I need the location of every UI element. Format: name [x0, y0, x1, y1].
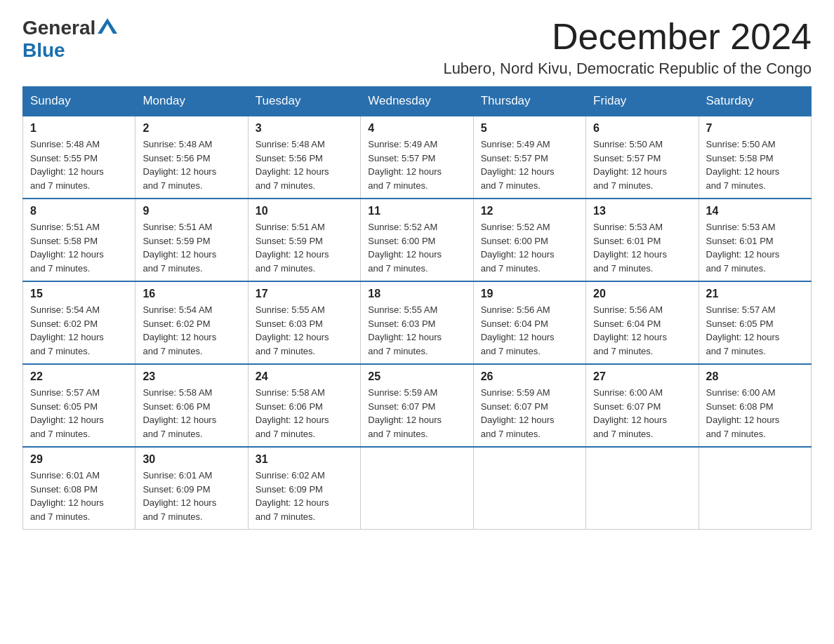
day-info: Sunrise: 5:50 AMSunset: 5:57 PMDaylight:…	[593, 139, 667, 191]
day-info: Sunrise: 5:58 AMSunset: 6:06 PMDaylight:…	[143, 387, 216, 439]
table-row: 17 Sunrise: 5:55 AMSunset: 6:03 PMDaylig…	[248, 281, 360, 364]
header-monday: Monday	[135, 87, 248, 116]
day-number: 25	[368, 370, 465, 383]
day-info: Sunrise: 6:01 AMSunset: 6:08 PMDaylight:…	[30, 470, 104, 522]
table-row: 6 Sunrise: 5:50 AMSunset: 5:57 PMDayligh…	[586, 116, 699, 199]
day-info: Sunrise: 5:52 AMSunset: 6:00 PMDaylight:…	[481, 222, 555, 274]
day-number: 15	[30, 288, 128, 300]
day-info: Sunrise: 5:50 AMSunset: 5:58 PMDaylight:…	[706, 139, 780, 191]
day-number: 18	[368, 288, 465, 300]
header-friday: Friday	[586, 87, 699, 116]
table-row: 4 Sunrise: 5:49 AMSunset: 5:57 PMDayligh…	[361, 116, 473, 199]
table-row: 27 Sunrise: 6:00 AMSunset: 6:07 PMDaylig…	[586, 364, 699, 447]
calendar-week-row: 22 Sunrise: 5:57 AMSunset: 6:05 PMDaylig…	[23, 364, 812, 447]
day-info: Sunrise: 5:48 AMSunset: 5:56 PMDaylight:…	[143, 139, 216, 191]
day-info: Sunrise: 5:56 AMSunset: 6:04 PMDaylight:…	[593, 304, 667, 356]
day-number: 7	[706, 122, 804, 135]
day-info: Sunrise: 5:53 AMSunset: 6:01 PMDaylight:…	[706, 222, 780, 274]
table-row: 3 Sunrise: 5:48 AMSunset: 5:56 PMDayligh…	[248, 116, 360, 199]
day-number: 13	[593, 205, 691, 217]
day-info: Sunrise: 5:48 AMSunset: 5:56 PMDaylight:…	[256, 139, 329, 191]
table-row: 11 Sunrise: 5:52 AMSunset: 6:00 PMDaylig…	[361, 199, 473, 281]
day-info: Sunrise: 5:58 AMSunset: 6:06 PMDaylight:…	[256, 387, 329, 439]
day-number: 22	[30, 370, 128, 383]
table-row: 15 Sunrise: 5:54 AMSunset: 6:02 PMDaylig…	[23, 281, 135, 364]
table-row: 31 Sunrise: 6:02 AMSunset: 6:09 PMDaylig…	[248, 447, 360, 530]
day-number: 6	[593, 122, 691, 135]
day-info: Sunrise: 5:53 AMSunset: 6:01 PMDaylight:…	[593, 222, 667, 274]
day-number: 9	[143, 205, 240, 217]
day-number: 2	[143, 122, 240, 135]
calendar-week-row: 29 Sunrise: 6:01 AMSunset: 6:08 PMDaylig…	[23, 447, 812, 530]
day-info: Sunrise: 5:49 AMSunset: 5:57 PMDaylight:…	[481, 139, 555, 191]
calendar-week-row: 8 Sunrise: 5:51 AMSunset: 5:58 PMDayligh…	[23, 199, 812, 281]
day-info: Sunrise: 5:56 AMSunset: 6:04 PMDaylight:…	[481, 304, 555, 356]
header-sunday: Sunday	[23, 87, 135, 116]
day-info: Sunrise: 5:51 AMSunset: 5:59 PMDaylight:…	[256, 222, 329, 274]
table-row: 24 Sunrise: 5:58 AMSunset: 6:06 PMDaylig…	[248, 364, 360, 447]
day-info: Sunrise: 6:02 AMSunset: 6:09 PMDaylight:…	[256, 470, 329, 522]
calendar-title: December 2024	[443, 17, 812, 57]
day-number: 11	[368, 205, 465, 217]
day-number: 4	[368, 122, 465, 135]
day-info: Sunrise: 5:54 AMSunset: 6:02 PMDaylight:…	[143, 304, 216, 356]
day-info: Sunrise: 5:59 AMSunset: 6:07 PMDaylight:…	[368, 387, 442, 439]
day-number: 5	[481, 122, 578, 135]
table-row: 28 Sunrise: 6:00 AMSunset: 6:08 PMDaylig…	[699, 364, 811, 447]
table-row	[586, 447, 699, 530]
day-info: Sunrise: 5:51 AMSunset: 5:59 PMDaylight:…	[143, 222, 216, 274]
table-row: 7 Sunrise: 5:50 AMSunset: 5:58 PMDayligh…	[699, 116, 811, 199]
calendar-table: Sunday Monday Tuesday Wednesday Thursday…	[22, 86, 812, 530]
calendar-week-row: 1 Sunrise: 5:48 AMSunset: 5:55 PMDayligh…	[23, 116, 812, 199]
table-row: 9 Sunrise: 5:51 AMSunset: 5:59 PMDayligh…	[135, 199, 248, 281]
table-row: 14 Sunrise: 5:53 AMSunset: 6:01 PMDaylig…	[699, 199, 811, 281]
table-row	[699, 447, 811, 530]
day-info: Sunrise: 5:49 AMSunset: 5:57 PMDaylight:…	[368, 139, 442, 191]
header-thursday: Thursday	[473, 87, 585, 116]
day-number: 14	[706, 205, 804, 217]
table-row: 12 Sunrise: 5:52 AMSunset: 6:00 PMDaylig…	[473, 199, 585, 281]
day-info: Sunrise: 5:48 AMSunset: 5:55 PMDaylight:…	[30, 139, 104, 191]
logo-blue-text: Blue	[22, 39, 65, 61]
logo-triangle-icon	[98, 17, 117, 36]
day-info: Sunrise: 5:59 AMSunset: 6:07 PMDaylight:…	[481, 387, 555, 439]
table-row	[361, 447, 473, 530]
day-info: Sunrise: 6:00 AMSunset: 6:07 PMDaylight:…	[593, 387, 667, 439]
day-number: 12	[481, 205, 578, 217]
table-row: 25 Sunrise: 5:59 AMSunset: 6:07 PMDaylig…	[361, 364, 473, 447]
day-number: 3	[256, 122, 353, 135]
day-number: 28	[706, 370, 804, 383]
header-wednesday: Wednesday	[361, 87, 473, 116]
day-number: 26	[481, 370, 578, 383]
table-row: 26 Sunrise: 5:59 AMSunset: 6:07 PMDaylig…	[473, 364, 585, 447]
day-number: 20	[593, 288, 691, 300]
day-info: Sunrise: 5:57 AMSunset: 6:05 PMDaylight:…	[706, 304, 780, 356]
table-row: 23 Sunrise: 5:58 AMSunset: 6:06 PMDaylig…	[135, 364, 248, 447]
table-row: 10 Sunrise: 5:51 AMSunset: 5:59 PMDaylig…	[248, 199, 360, 281]
table-row	[473, 447, 585, 530]
day-number: 30	[143, 453, 240, 466]
title-section: December 2024 Lubero, Nord Kivu, Democra…	[443, 17, 812, 78]
day-number: 1	[30, 122, 128, 135]
table-row: 22 Sunrise: 5:57 AMSunset: 6:05 PMDaylig…	[23, 364, 135, 447]
day-number: 23	[143, 370, 240, 383]
table-row: 30 Sunrise: 6:01 AMSunset: 6:09 PMDaylig…	[135, 447, 248, 530]
table-row: 20 Sunrise: 5:56 AMSunset: 6:04 PMDaylig…	[586, 281, 699, 364]
day-number: 31	[256, 453, 353, 466]
day-number: 8	[30, 205, 128, 217]
day-number: 17	[256, 288, 353, 300]
day-info: Sunrise: 5:57 AMSunset: 6:05 PMDaylight:…	[30, 387, 104, 439]
table-row: 16 Sunrise: 5:54 AMSunset: 6:02 PMDaylig…	[135, 281, 248, 364]
table-row: 8 Sunrise: 5:51 AMSunset: 5:58 PMDayligh…	[23, 199, 135, 281]
table-row: 21 Sunrise: 5:57 AMSunset: 6:05 PMDaylig…	[699, 281, 811, 364]
day-number: 16	[143, 288, 240, 300]
day-number: 19	[481, 288, 578, 300]
day-number: 24	[256, 370, 353, 383]
day-number: 10	[256, 205, 353, 217]
table-row: 1 Sunrise: 5:48 AMSunset: 5:55 PMDayligh…	[23, 116, 135, 199]
day-info: Sunrise: 5:55 AMSunset: 6:03 PMDaylight:…	[368, 304, 442, 356]
weekday-header-row: Sunday Monday Tuesday Wednesday Thursday…	[23, 87, 812, 116]
calendar-subtitle: Lubero, Nord Kivu, Democratic Republic o…	[443, 60, 812, 78]
table-row: 13 Sunrise: 5:53 AMSunset: 6:01 PMDaylig…	[586, 199, 699, 281]
page-header: General Blue December 2024 Lubero, Nord …	[22, 17, 812, 78]
